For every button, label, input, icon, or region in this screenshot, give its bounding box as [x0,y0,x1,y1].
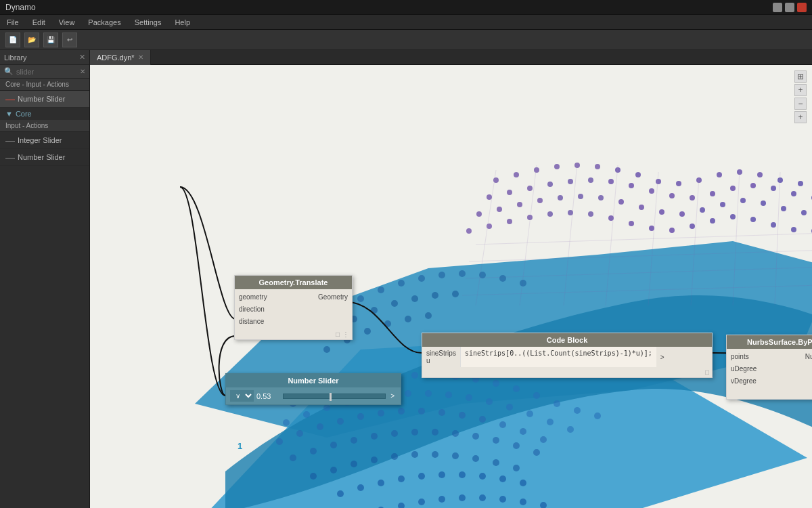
sidebar-close-icon[interactable]: ✕ [79,53,85,62]
port-geometry: geometry [239,292,267,302]
svg-point-54 [740,198,746,203]
zoom-reset-button[interactable]: + [794,111,807,123]
svg-point-8 [615,167,621,173]
close-button[interactable] [797,3,807,12]
slider-arrow[interactable]: > [388,392,397,400]
save-button[interactable]: 💾 [43,33,58,47]
menu-view[interactable]: View [56,17,78,28]
svg-point-173 [452,430,459,437]
code-block-header: Code Block [422,333,712,347]
undo-button[interactable]: ↩ [62,33,77,47]
svg-point-23 [527,186,533,191]
svg-point-151 [276,438,283,445]
code-collapse-icon[interactable]: □ [705,368,709,376]
dash-icon-3: — [5,152,15,163]
svg-point-10 [656,179,661,184]
geometry-translate-node[interactable]: Geometry.Translate geometry direction di… [234,275,353,340]
minimize-button[interactable] [773,3,782,12]
zoom-out-button[interactable]: − [794,98,807,110]
tab-close-icon[interactable]: ✕ [138,54,143,61]
code-content[interactable]: sineStrips[0..((List.Count(sineStrips)-1… [460,347,656,367]
svg-point-186 [472,455,479,462]
svg-point-49 [639,205,644,210]
svg-point-183 [411,451,418,458]
svg-point-155 [357,413,364,420]
sidebar-item-number-slider-2[interactable]: — Number Slider [0,149,89,166]
svg-point-62 [466,228,472,234]
slider-track[interactable] [283,394,386,399]
app-title: Dynamo [5,3,36,12]
svg-point-110 [391,300,398,307]
sidebar-item-number-slider-1[interactable]: — Number Slider [0,91,89,108]
svg-point-101 [418,275,425,282]
svg-point-196 [479,473,486,480]
svg-point-195 [459,471,466,478]
svg-point-3 [514,172,519,177]
svg-point-46 [578,194,583,199]
svg-point-47 [598,195,604,200]
node-collapse-icon[interactable]: □ [336,331,340,338]
node-menu-icon[interactable]: ⋮ [342,331,349,338]
svg-point-74 [710,218,715,224]
svg-point-184 [432,451,438,458]
nurbs-header: NurbsSurface.ByPoints [727,335,812,349]
svg-point-170 [391,430,398,437]
zoom-in-button[interactable]: + [794,84,807,96]
svg-point-133 [554,400,560,407]
collapse-icon: ▼ [5,110,13,118]
svg-point-137 [303,411,310,418]
new-button[interactable]: 📄 [5,33,20,47]
svg-point-65 [527,215,533,220]
svg-point-76 [750,217,756,222]
svg-point-78 [791,227,796,232]
search-bar[interactable]: 🔍 ✕ [0,65,89,79]
search-clear-icon[interactable]: ✕ [80,68,85,75]
number-slider-node[interactable]: Number Slider ∨ 0.53 > [225,373,401,405]
nurbs-surface-node[interactable]: NurbsSurface.ByPoints points uDegree vDe… [726,335,812,400]
svg-point-187 [493,459,499,466]
menu-help[interactable]: Help [172,17,193,28]
maximize-button[interactable] [785,3,794,12]
svg-point-126 [411,372,418,379]
svg-point-159 [438,409,445,416]
open-button[interactable]: 📂 [24,33,39,47]
svg-point-180 [351,461,357,467]
svg-point-72 [669,228,675,233]
svg-point-4 [534,167,539,173]
svg-point-41 [476,211,482,217]
zoom-controls: ⊞ + − + [794,70,807,123]
svg-point-32 [710,191,715,196]
slider-thumb[interactable] [330,393,332,401]
tab-adfg[interactable]: ADFG.dyn* ✕ [90,50,151,65]
svg-point-43 [517,202,522,207]
port-geometry-out: Geometry [318,292,348,302]
svg-point-15 [757,172,763,177]
menu-edit[interactable]: Edit [30,17,48,28]
svg-point-68 [588,211,593,217]
svg-point-33 [730,186,736,191]
svg-point-26 [588,177,593,183]
sidebar-item-integer-slider[interactable]: — Integer Slider [0,132,89,149]
slider-mode-dropdown[interactable]: ∨ [230,390,254,402]
svg-point-157 [398,408,405,415]
port-direction: direction [239,304,267,314]
zoom-fit-button[interactable]: ⊞ [794,70,807,83]
geometry-translate-body: geometry direction distance Geometry [235,289,352,329]
svg-point-42 [497,207,502,212]
titlebar: Dynamo [0,0,812,15]
menu-packages[interactable]: Packages [85,17,123,28]
core-label: Core [16,110,32,118]
canvas[interactable]: Geometry.Translate geometry direction di… [90,65,812,508]
svg-point-35 [771,186,776,191]
svg-point-177 [533,449,540,456]
code-block-node[interactable]: Code Block sineStrips u sineStrips[0..((… [422,333,713,378]
menu-file[interactable]: File [4,17,22,28]
menu-settings[interactable]: Settings [132,17,164,28]
node-inputs: geometry direction distance [235,289,271,329]
sidebar-core-header[interactable]: ▼ Core [0,108,89,120]
svg-point-142 [405,390,411,397]
code-footer: □ [422,367,712,377]
dash-icon-2: — [5,135,15,146]
search-input[interactable] [16,68,77,76]
svg-point-163 [520,428,526,435]
